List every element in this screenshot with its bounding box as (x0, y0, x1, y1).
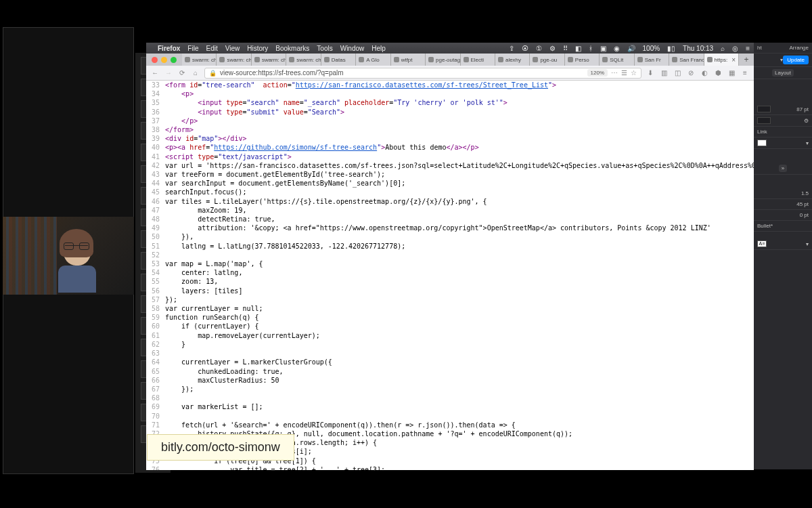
spotlight-icon[interactable]: ⌕ (721, 45, 725, 52)
favicon (394, 57, 399, 62)
account-icon[interactable]: ◐ (700, 69, 709, 77)
sidebar-icon[interactable]: ◫ (673, 69, 682, 77)
browser-tab[interactable]: A Glo (356, 54, 390, 66)
menu-view[interactable]: View (225, 45, 240, 52)
browser-tab[interactable]: Perso (565, 54, 600, 66)
webcam-feed (3, 217, 134, 295)
update-button[interactable]: Update (783, 56, 809, 64)
lock-icon: 🔒 (209, 70, 217, 77)
status-icon[interactable]: ▣ (600, 45, 606, 52)
app-name[interactable]: Firefox (158, 45, 180, 52)
reader-mode-icon[interactable]: ☰ (621, 69, 627, 77)
inspector-tab[interactable]: ht (757, 45, 762, 51)
menu-help[interactable]: Help (371, 45, 386, 52)
favicon (707, 57, 713, 62)
tab-title: Electi (471, 57, 484, 63)
value-label: 1.5 (801, 190, 809, 196)
inspector-tab[interactable]: Arrange (790, 45, 809, 51)
tab-title: A Glo (366, 57, 380, 63)
browser-tab[interactable]: Datas (321, 54, 356, 66)
browser-tab[interactable]: pge-outag (426, 54, 460, 66)
browser-toolbar: ← → ⟳ ⌂ 🔒 view-source:https://sf-trees.c… (146, 66, 754, 81)
zoom-level[interactable]: 120% (587, 69, 608, 77)
browser-tab[interactable]: https:× (704, 54, 739, 66)
favicon (464, 57, 469, 62)
menu-history[interactable]: History (247, 45, 268, 52)
siri-icon[interactable]: ◎ (732, 45, 738, 52)
favicon (324, 57, 330, 62)
value-input[interactable] (757, 117, 771, 124)
indent-button[interactable]: » (779, 165, 787, 172)
value-input[interactable] (757, 106, 771, 112)
close-tab-icon[interactable]: × (731, 56, 736, 64)
source-code[interactable]: 33<form id="tree-search" action="https:/… (146, 81, 754, 470)
browser-tab[interactable]: wtfpt (391, 54, 426, 66)
tab-title: Datas (332, 57, 346, 63)
chevron-down-icon[interactable]: ▾ (806, 241, 809, 247)
macos-menubar: Firefox File Edit View History Bookmarks… (146, 43, 754, 54)
status-icon[interactable]: ① (536, 45, 542, 52)
browser-tab[interactable]: swarm: ch (252, 54, 286, 66)
browser-tab[interactable]: alexhy (495, 54, 530, 66)
status-icon[interactable]: ◧ (575, 45, 581, 52)
browser-tab[interactable]: swarm: ch (182, 54, 217, 66)
favicon (672, 57, 677, 62)
browser-tab[interactable]: San Fr (635, 54, 669, 66)
home-button[interactable]: ⌂ (191, 69, 200, 77)
new-tab-button[interactable]: + (739, 54, 754, 66)
extension-icon[interactable]: ▦ (727, 69, 736, 77)
reload-button[interactable]: ⟳ (177, 69, 187, 77)
menu-tools[interactable]: Tools (317, 45, 332, 52)
volume-icon[interactable]: 🔊 (627, 45, 635, 52)
text-style-swatch[interactable]: A≡ (757, 240, 767, 247)
close-window[interactable] (152, 57, 158, 63)
library-icon[interactable]: ▥ (659, 69, 669, 77)
menu-file[interactable]: File (187, 45, 198, 52)
dropbox-icon[interactable]: ⇪ (509, 45, 514, 52)
gear-icon[interactable]: ⚙ (804, 118, 809, 124)
status-icon[interactable]: ⦿ (522, 45, 528, 52)
speaker-url-overlay: bitly.com/octo-simonw (147, 434, 294, 461)
page-actions[interactable]: ⋯ (611, 69, 618, 77)
forward-button[interactable]: → (164, 69, 173, 77)
browser-tab[interactable]: Electi (461, 54, 495, 66)
status-icon[interactable]: ⠿ (563, 45, 568, 52)
tab-title: alexhy (505, 57, 521, 63)
menu-bookmarks[interactable]: Bookmarks (275, 45, 309, 52)
menu-window[interactable]: Window (340, 45, 365, 52)
browser-tab[interactable]: swarm: ch (217, 54, 251, 66)
browser-tab[interactable]: pge-ou (530, 54, 564, 66)
bullet-label: Bullet* (757, 223, 773, 229)
notification-center-icon[interactable]: ≡ (746, 45, 750, 52)
value-label: 87 pt (796, 106, 809, 112)
clock[interactable]: Thu 10:13 (683, 45, 713, 52)
address-bar[interactable]: 🔒 view-source:https://sf-trees.com/?q=pa… (204, 68, 641, 79)
extension-icon[interactable]: ⬢ (713, 69, 723, 77)
bookmark-star-icon[interactable]: ☆ (631, 69, 637, 77)
browser-tab[interactable]: SQLit (600, 54, 634, 66)
wifi-icon[interactable]: ◉ (614, 45, 620, 52)
favicon (637, 57, 643, 62)
inspector-panel: htArrange ▾Update Layout 87 pt ⚙ Link ▾ … (754, 43, 812, 469)
layout-button[interactable]: Layout (772, 69, 794, 77)
browser-tab[interactable]: San Franci (669, 54, 704, 66)
favicon (602, 57, 608, 62)
downloads-icon[interactable]: ⬇ (646, 69, 655, 77)
menu-icon[interactable]: ≡ (740, 69, 750, 77)
menu-edit[interactable]: Edit (206, 45, 217, 52)
status-icon[interactable]: ⚙ (549, 45, 556, 52)
battery-percent: 100% (643, 45, 660, 52)
color-swatch[interactable] (757, 140, 767, 146)
chevron-down-icon[interactable]: ▾ (806, 140, 809, 146)
back-button[interactable]: ← (150, 69, 160, 77)
bluetooth-icon[interactable]: ᚼ (589, 45, 593, 52)
favicon (289, 57, 294, 62)
maximize-window[interactable] (171, 57, 177, 63)
tab-title: swarm: ch (296, 57, 321, 63)
browser-tab[interactable]: swarm: ch (286, 54, 321, 66)
favicon (254, 57, 260, 62)
minimize-window[interactable] (161, 57, 167, 63)
value-label: 45 pt (796, 201, 809, 207)
pocket-icon[interactable]: ⊘ (686, 69, 696, 77)
page-content-view-source[interactable]: 33<form id="tree-search" action="https:/… (146, 81, 754, 470)
